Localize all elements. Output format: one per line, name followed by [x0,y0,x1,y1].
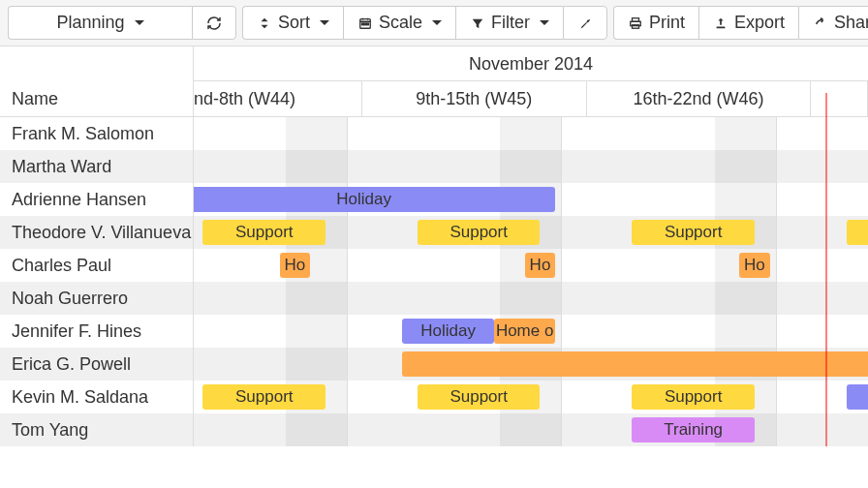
resource-name[interactable]: Erica G. Powell [0,348,194,381]
scale-label: Scale [379,13,422,33]
event-bar[interactable]: Support [632,384,755,410]
day-cell [225,249,256,282]
day-cell [194,282,225,315]
day-cell [348,249,379,282]
week-header-row: nd-8th (W44)9th-15th (W45)16th-22nd (W46… [194,81,868,116]
refresh-button[interactable] [192,6,236,40]
settings-button[interactable] [563,6,607,40]
event-bar[interactable] [847,384,868,410]
event-bar[interactable]: Support [202,384,326,410]
day-cell [348,348,379,381]
day-cell [378,117,409,150]
caret-down-icon [320,20,329,25]
resource-name[interactable]: Adrienne Hansen [0,183,194,216]
share-button[interactable]: Share [798,6,868,40]
export-group: Print Export Share [613,6,868,40]
event-bar[interactable] [847,220,868,245]
toolbar: Planning Sort Scale Fi [0,0,868,46]
filter-label: Filter [491,13,530,33]
event-bar[interactable]: Ho [525,253,556,278]
event-bar[interactable]: Holiday [194,187,555,212]
export-icon [713,15,728,31]
day-cell [593,117,624,150]
day-cell [777,249,808,282]
week-header [811,81,868,116]
resource-name[interactable]: Kevin M. Saldana [0,381,194,413]
day-cell [225,150,256,183]
day-cell [562,315,593,348]
filter-dropdown[interactable]: Filter [455,6,563,40]
gantt-row: Adrienne HansenHoliday [0,183,868,216]
day-cell [194,348,225,381]
resource-name[interactable]: Theodore V. Villanueva [0,216,194,249]
resource-name[interactable]: Martha Ward [0,150,194,183]
event-bar[interactable]: Support [418,384,541,410]
day-cell [807,183,838,216]
event-bar[interactable]: Support [418,220,541,245]
event-bar[interactable]: Home office [402,351,868,377]
day-cell [378,413,409,446]
day-cell [470,150,501,183]
day-cell [777,183,808,216]
day-cell [531,282,563,315]
month-header: November 2014 [194,46,868,81]
gantt-row: Kevin M. SaldanaSupportSupportSupport [0,381,868,413]
row-timeline[interactable] [194,150,868,183]
day-cell [593,183,624,216]
print-button[interactable]: Print [613,6,698,40]
resource-name[interactable]: Frank M. Salomon [0,117,194,150]
event-bar[interactable]: Home o [494,319,555,344]
event-bar[interactable]: Holiday [402,319,494,344]
scale-dropdown[interactable]: Scale [343,6,455,40]
day-cell [316,150,348,183]
day-cell [409,282,440,315]
resource-name[interactable]: Charles Paul [0,249,194,282]
gantt-row: Noah Guerrero [0,282,868,315]
day-cell [378,216,409,249]
event-bar[interactable]: Support [202,220,326,245]
day-cell [255,282,286,315]
event-bar[interactable]: Training [632,417,755,442]
row-timeline[interactable] [194,282,868,315]
day-cell [316,348,348,381]
event-bar[interactable]: Ho [280,253,311,278]
resource-name[interactable]: Noah Guerrero [0,282,194,315]
day-cell [286,413,317,446]
view-dropdown[interactable]: Planning [8,6,192,40]
day-cell [255,413,286,446]
day-cell [470,249,501,282]
day-cell [255,150,286,183]
row-timeline[interactable]: Home office [194,348,868,381]
gantt-header: Name November 2014 nd-8th (W44)9th-15th … [0,46,868,117]
row-timeline[interactable]: HoHoHo [194,249,868,282]
day-cell [409,249,440,282]
row-timeline[interactable]: SupportSupportSupport [194,216,868,249]
day-cell [500,150,531,183]
day-cell [562,183,593,216]
row-timeline[interactable]: Holiday [194,183,868,216]
day-cell [286,150,317,183]
day-cell [777,216,808,249]
event-bar[interactable]: Support [632,220,755,245]
name-column-header[interactable]: Name [0,46,194,116]
row-timeline[interactable]: SupportSupportSupport [194,381,868,413]
export-button[interactable]: Export [698,6,798,40]
day-cell [378,282,409,315]
day-cell [593,282,624,315]
gantt-row: Theodore V. VillanuevaSupportSupportSupp… [0,216,868,249]
resource-name[interactable]: Jennifer F. Hines [0,315,194,348]
day-cell [316,282,348,315]
sort-dropdown[interactable]: Sort [242,6,343,40]
row-timeline[interactable] [194,117,868,150]
day-cell [439,249,470,282]
svg-rect-7 [717,26,726,28]
today-marker [825,93,827,446]
day-cell [684,150,715,183]
day-cell [807,249,838,282]
day-cell [777,381,808,413]
event-bar[interactable]: Ho [739,253,770,278]
resource-name[interactable]: Tom Yang [0,413,194,446]
day-cell [194,249,225,282]
row-timeline[interactable]: Training [194,413,868,446]
row-timeline[interactable]: HolidayHome o [194,315,868,348]
